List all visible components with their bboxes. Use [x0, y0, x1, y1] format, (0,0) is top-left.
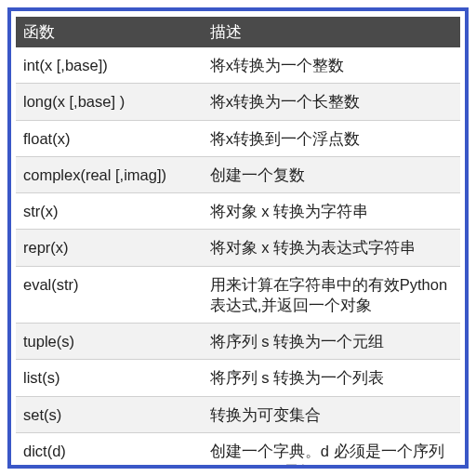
- cell-function: repr(x): [16, 230, 203, 266]
- cell-function: list(s): [16, 360, 203, 396]
- header-function: 函数: [16, 17, 203, 47]
- cell-function: eval(str): [16, 266, 203, 324]
- table-row: int(x [,base]) 将x转换为一个整数: [16, 47, 460, 84]
- table-row: list(s) 将序列 s 转换为一个列表: [16, 360, 460, 396]
- cell-function: long(x [,base] ): [16, 84, 203, 120]
- cell-function: int(x [,base]): [16, 47, 203, 84]
- table-row: complex(real [,imag]) 创建一个复数: [16, 156, 460, 192]
- cell-description: 将序列 s 转换为一个元组: [203, 324, 460, 360]
- table-row: long(x [,base] ) 将x转换为一个长整数: [16, 84, 460, 120]
- header-description: 描述: [203, 17, 460, 47]
- cell-description: 创建一个复数: [203, 156, 460, 192]
- table-row: tuple(s) 将序列 s 转换为一个元组: [16, 324, 460, 360]
- table-row: dict(d) 创建一个字典。d 必须是一个序列 (key,value)元组。: [16, 432, 460, 469]
- table-row: float(x) 将x转换到一个浮点数: [16, 120, 460, 156]
- cell-description: 将对象 x 转换为表达式字符串: [203, 230, 460, 266]
- cell-description: 创建一个字典。d 必须是一个序列 (key,value)元组。: [203, 432, 460, 469]
- cell-function: tuple(s): [16, 324, 203, 360]
- conversion-functions-table: 函数 描述 int(x [,base]) 将x转换为一个整数 long(x [,…: [16, 17, 460, 469]
- cell-function: str(x): [16, 193, 203, 230]
- cell-description: 转换为可变集合: [203, 396, 460, 432]
- cell-function: complex(real [,imag]): [16, 156, 203, 192]
- table-header-row: 函数 描述: [16, 17, 460, 47]
- document-frame: 函数 描述 int(x [,base]) 将x转换为一个整数 long(x [,…: [7, 7, 469, 469]
- cell-description: 用来计算在字符串中的有效Python表达式,并返回一个对象: [203, 266, 460, 324]
- table-row: eval(str) 用来计算在字符串中的有效Python表达式,并返回一个对象: [16, 266, 460, 324]
- cell-description: 将x转换为一个整数: [203, 47, 460, 84]
- cell-function: float(x): [16, 120, 203, 156]
- cell-description: 将序列 s 转换为一个列表: [203, 360, 460, 396]
- cell-description: 将对象 x 转换为字符串: [203, 193, 460, 230]
- table-row: set(s) 转换为可变集合: [16, 396, 460, 432]
- cell-function: dict(d): [16, 432, 203, 469]
- table-row: str(x) 将对象 x 转换为字符串: [16, 193, 460, 230]
- cell-function: set(s): [16, 396, 203, 432]
- cell-description: 将x转换为一个长整数: [203, 84, 460, 120]
- table-row: repr(x) 将对象 x 转换为表达式字符串: [16, 230, 460, 266]
- cell-description: 将x转换到一个浮点数: [203, 120, 460, 156]
